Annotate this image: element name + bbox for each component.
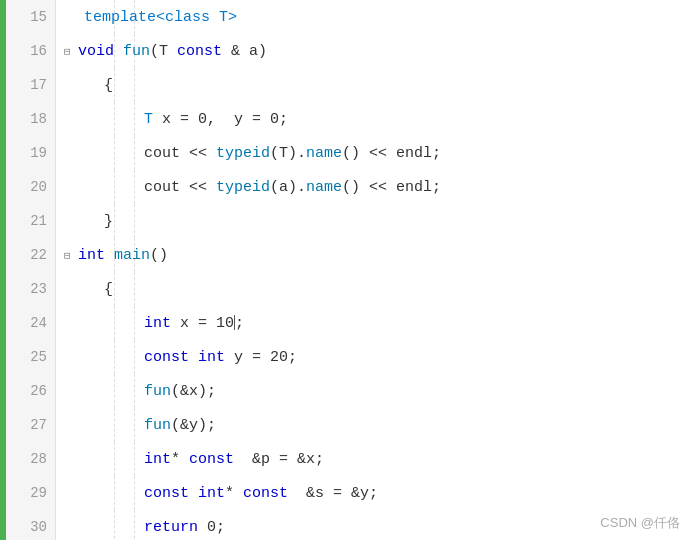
code-line: { <box>56 68 688 102</box>
code-content[interactable]: template<class T>⊟void fun(T const & a){… <box>56 0 688 540</box>
code-line: cout << typeid(a).name() << endl; <box>56 170 688 204</box>
code-line: ⊟int main() <box>56 238 688 272</box>
line-numbers: 15161718192021222324252627282930 <box>6 0 56 540</box>
code-line: const int y = 20; <box>56 340 688 374</box>
line-number: 26 <box>6 374 55 408</box>
line-number: 16 <box>6 34 55 68</box>
line-number: 19 <box>6 136 55 170</box>
code-line: template<class T> <box>56 0 688 34</box>
code-line: cout << typeid(T).name() << endl; <box>56 136 688 170</box>
line-number: 22 <box>6 238 55 272</box>
line-number: 21 <box>6 204 55 238</box>
line-number: 28 <box>6 442 55 476</box>
watermark: CSDN @仟佫 <box>600 514 680 532</box>
line-number: 18 <box>6 102 55 136</box>
line-number: 24 <box>6 306 55 340</box>
code-line: { <box>56 272 688 306</box>
code-area: 15161718192021222324252627282930 templat… <box>0 0 688 540</box>
code-line: ⊟void fun(T const & a) <box>56 34 688 68</box>
line-number: 25 <box>6 340 55 374</box>
line-number: 29 <box>6 476 55 510</box>
code-line: const int* const &s = &y; <box>56 476 688 510</box>
code-editor: 15161718192021222324252627282930 templat… <box>0 0 688 540</box>
line-number: 23 <box>6 272 55 306</box>
code-line: fun(&y); <box>56 408 688 442</box>
code-line: T x = 0, y = 0; <box>56 102 688 136</box>
line-number: 27 <box>6 408 55 442</box>
code-line: int x = 10; <box>56 306 688 340</box>
line-number: 17 <box>6 68 55 102</box>
code-line: return 0; <box>56 510 688 540</box>
line-number: 30 <box>6 510 55 540</box>
line-number: 20 <box>6 170 55 204</box>
code-line: fun(&x); <box>56 374 688 408</box>
code-line: int* const &p = &x; <box>56 442 688 476</box>
code-line: } <box>56 204 688 238</box>
line-number: 15 <box>6 0 55 34</box>
